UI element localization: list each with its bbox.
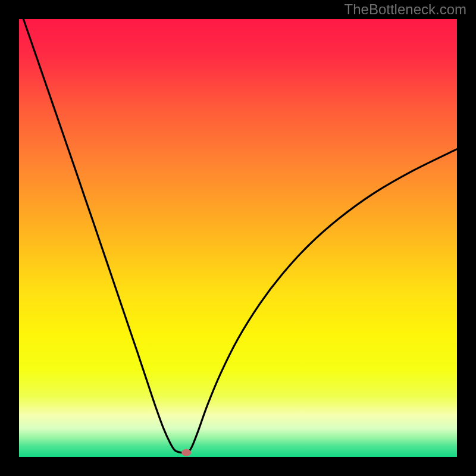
gradient-background xyxy=(19,19,457,457)
optimum-marker xyxy=(181,449,191,456)
bottleneck-chart xyxy=(19,19,457,457)
watermark-text: TheBottleneck.com xyxy=(345,1,466,18)
chart-container: { "watermark": "TheBottleneck.com", "cha… xyxy=(0,0,476,476)
